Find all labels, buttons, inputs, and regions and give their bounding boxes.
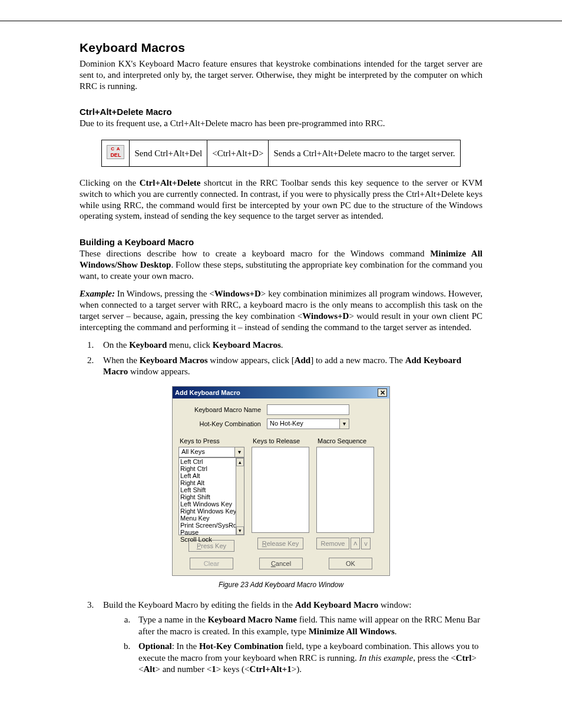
substep-a: Type a name in the Keyboard Macro Name f… — [133, 614, 482, 637]
keys-category-select[interactable]: All Keys — [178, 447, 244, 457]
cad-desc-cell: Sends a Ctrl+Alt+Delete macro to the tar… — [269, 140, 460, 167]
cad-icon-cell — [102, 140, 130, 167]
scrollbar[interactable]: ▴ ▾ — [236, 458, 244, 535]
cad-macro-table: Send Ctrl+Alt+Del <Ctrl+Alt+D> Sends a C… — [101, 140, 460, 167]
step-2: When the Keyboard Macros window appears,… — [96, 355, 482, 378]
list-item[interactable]: Scroll Lock — [179, 536, 244, 543]
list-item[interactable]: Menu Key — [179, 515, 244, 522]
hotkey-value: No Hot-Key — [270, 420, 303, 427]
list-item[interactable]: Left Alt — [179, 472, 244, 479]
chevron-down-icon[interactable] — [234, 447, 244, 457]
list-item[interactable]: Right Ctrl — [179, 465, 244, 472]
add-keyboard-macro-dialog: Add Keyboard Macro ✕ Keyboard Macro Name… — [172, 386, 390, 576]
heading-keyboard-macros: Keyboard Macros — [80, 41, 482, 55]
step-1: On the Keyboard menu, click Keyboard Mac… — [96, 340, 482, 351]
macro-sequence-list[interactable] — [316, 447, 374, 533]
heading-ctrl-alt-delete: Ctrl+Alt+Delete Macro — [80, 107, 482, 117]
macro-name-input[interactable] — [267, 404, 349, 415]
substep-b: Optional: In the Hot-Key Combination fie… — [133, 641, 482, 676]
label-keys-to-release: Keys to Release — [252, 437, 309, 444]
figure-caption: Figure 23 Add Keyboard Macro Window — [80, 581, 482, 589]
substeps-list: Type a name in the Keyboard Macro Name f… — [103, 614, 482, 676]
remove-button[interactable]: Remove — [316, 538, 349, 549]
cancel-button[interactable]: Cancel — [259, 558, 303, 569]
dialog-title: Add Keyboard Macro — [175, 389, 240, 396]
steps-list-continued: Build the Keyboard Macro by editing the … — [80, 599, 482, 676]
release-key-button[interactable]: Release Key — [257, 538, 303, 549]
list-item[interactable]: Right Shift — [179, 493, 244, 500]
cad-name-cell: Send Ctrl+Alt+Del — [130, 140, 207, 167]
building-intro: These directions describe how to create … — [80, 248, 482, 281]
list-item[interactable]: Print Screen/SysRq — [179, 522, 244, 529]
cad-pre-paragraph: Due to its frequent use, a Ctrl+Alt+Dele… — [80, 118, 482, 129]
heading-building-macro: Building a Keyboard Macro — [80, 237, 482, 247]
dialog-titlebar: Add Keyboard Macro ✕ — [173, 387, 389, 398]
move-up-button[interactable]: ʌ — [351, 538, 360, 549]
label-macro-name: Keyboard Macro Name — [178, 406, 267, 413]
list-item[interactable]: Left Shift — [179, 486, 244, 493]
list-item[interactable]: Right Windows Key — [179, 508, 244, 515]
keys-to-press-list[interactable]: Left Ctrl Right Ctrl Left Alt Right Alt … — [178, 457, 244, 535]
keys-to-release-list[interactable] — [252, 447, 309, 533]
close-icon[interactable]: ✕ — [378, 388, 387, 397]
chevron-down-icon[interactable] — [339, 419, 349, 429]
keys-category-value: All Keys — [181, 448, 205, 455]
example-paragraph: Example: In Windows, pressing the <Windo… — [80, 288, 482, 332]
scroll-up-icon[interactable]: ▴ — [236, 458, 244, 466]
hotkey-select[interactable]: No Hot-Key — [267, 419, 349, 429]
label-hotkey: Hot-Key Combination — [178, 420, 267, 427]
intro-paragraph: Dominion KX's Keyboard Macro feature ens… — [80, 58, 482, 91]
label-macro-sequence: Macro Sequence — [316, 437, 374, 444]
list-item[interactable]: Left Ctrl — [179, 458, 244, 465]
cad-paragraph: Clicking on the Ctrl+Alt+Delete shortcut… — [80, 177, 482, 222]
list-item[interactable]: Left Windows Key — [179, 500, 244, 508]
cad-key-cell: <Ctrl+Alt+D> — [207, 140, 269, 167]
label-keys-to-press: Keys to Press — [178, 437, 244, 444]
steps-list: On the Keyboard menu, click Keyboard Mac… — [80, 340, 482, 378]
clear-button[interactable]: Clear — [190, 558, 233, 569]
ctrl-alt-del-icon — [107, 145, 124, 159]
ok-button[interactable]: OK — [329, 558, 372, 569]
move-down-button[interactable]: v — [361, 538, 371, 549]
list-item[interactable]: Right Alt — [179, 479, 244, 486]
scroll-down-icon[interactable]: ▾ — [236, 526, 244, 535]
step-3: Build the Keyboard Macro by editing the … — [96, 599, 482, 676]
list-item[interactable]: Pause — [179, 529, 244, 536]
